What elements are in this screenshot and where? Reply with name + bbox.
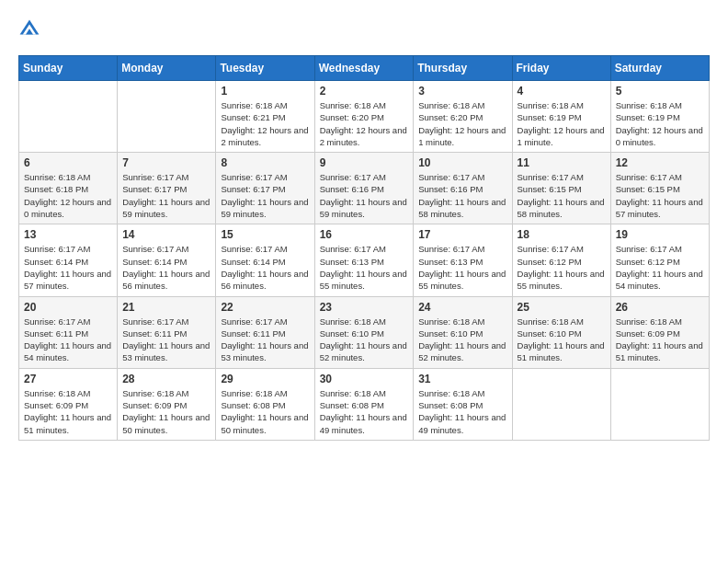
day-info: Sunrise: 6:17 AMSunset: 6:11 PMDaylight:… xyxy=(24,316,112,364)
calendar-cell: 3Sunrise: 6:18 AMSunset: 6:20 PMDaylight… xyxy=(414,81,512,153)
day-number: 2 xyxy=(320,85,409,98)
day-info: Sunrise: 6:17 AMSunset: 6:16 PMDaylight:… xyxy=(320,171,409,220)
column-header-friday: Friday xyxy=(512,56,610,81)
calendar-cell: 29Sunrise: 6:18 AMSunset: 6:08 PMDayligh… xyxy=(216,368,314,440)
calendar-cell: 21Sunrise: 6:17 AMSunset: 6:11 PMDayligh… xyxy=(118,296,216,368)
calendar-cell: 20Sunrise: 6:17 AMSunset: 6:11 PMDayligh… xyxy=(19,296,118,368)
calendar-cell: 8Sunrise: 6:17 AMSunset: 6:17 PMDaylight… xyxy=(216,153,314,224)
day-info: Sunrise: 6:17 AMSunset: 6:15 PMDaylight:… xyxy=(518,171,606,220)
day-number: 9 xyxy=(320,156,409,169)
day-info: Sunrise: 6:17 AMSunset: 6:12 PMDaylight:… xyxy=(518,243,606,292)
calendar-cell: 22Sunrise: 6:17 AMSunset: 6:11 PMDayligh… xyxy=(216,296,314,368)
calendar-cell: 12Sunrise: 6:17 AMSunset: 6:15 PMDayligh… xyxy=(610,153,709,224)
day-info: Sunrise: 6:18 AMSunset: 6:21 PMDaylight:… xyxy=(221,99,309,148)
day-number: 18 xyxy=(518,228,606,241)
calendar-cell: 26Sunrise: 6:18 AMSunset: 6:09 PMDayligh… xyxy=(610,296,709,368)
calendar-cell: 16Sunrise: 6:17 AMSunset: 6:13 PMDayligh… xyxy=(314,224,414,296)
day-number: 17 xyxy=(418,228,506,241)
day-info: Sunrise: 6:18 AMSunset: 6:10 PMDaylight:… xyxy=(320,316,409,364)
day-info: Sunrise: 6:18 AMSunset: 6:18 PMDaylight:… xyxy=(24,171,112,220)
calendar-cell: 13Sunrise: 6:17 AMSunset: 6:14 PMDayligh… xyxy=(19,224,118,296)
day-info: Sunrise: 6:17 AMSunset: 6:14 PMDaylight:… xyxy=(122,243,210,292)
day-info: Sunrise: 6:17 AMSunset: 6:14 PMDaylight:… xyxy=(24,243,112,292)
day-info: Sunrise: 6:17 AMSunset: 6:14 PMDaylight:… xyxy=(221,243,309,292)
day-number: 3 xyxy=(418,85,506,98)
calendar-cell: 2Sunrise: 6:18 AMSunset: 6:20 PMDaylight… xyxy=(314,81,414,153)
day-info: Sunrise: 6:17 AMSunset: 6:17 PMDaylight:… xyxy=(122,171,210,220)
calendar-cell: 25Sunrise: 6:18 AMSunset: 6:10 PMDayligh… xyxy=(512,296,610,368)
day-number: 29 xyxy=(221,373,309,385)
day-number: 30 xyxy=(320,373,409,385)
column-header-sunday: Sunday xyxy=(19,56,118,81)
calendar-cell: 24Sunrise: 6:18 AMSunset: 6:10 PMDayligh… xyxy=(414,296,512,368)
day-info: Sunrise: 6:18 AMSunset: 6:09 PMDaylight:… xyxy=(122,387,210,436)
day-info: Sunrise: 6:18 AMSunset: 6:19 PMDaylight:… xyxy=(518,99,606,148)
day-number: 12 xyxy=(616,156,704,169)
calendar-cell: 10Sunrise: 6:17 AMSunset: 6:16 PMDayligh… xyxy=(414,153,512,224)
day-number: 10 xyxy=(418,156,506,169)
calendar-cell: 17Sunrise: 6:17 AMSunset: 6:13 PMDayligh… xyxy=(414,224,512,296)
calendar-cell: 23Sunrise: 6:18 AMSunset: 6:10 PMDayligh… xyxy=(314,296,414,368)
column-header-thursday: Thursday xyxy=(414,56,512,81)
calendar-cell: 30Sunrise: 6:18 AMSunset: 6:08 PMDayligh… xyxy=(314,368,414,440)
day-number: 1 xyxy=(221,85,309,98)
day-number: 21 xyxy=(122,301,210,314)
day-info: Sunrise: 6:18 AMSunset: 6:09 PMDaylight:… xyxy=(616,316,704,364)
day-info: Sunrise: 6:17 AMSunset: 6:13 PMDaylight:… xyxy=(418,243,506,292)
calendar-week-row: 13Sunrise: 6:17 AMSunset: 6:14 PMDayligh… xyxy=(19,224,710,296)
day-number: 28 xyxy=(122,373,210,385)
calendar-cell: 28Sunrise: 6:18 AMSunset: 6:09 PMDayligh… xyxy=(118,368,216,440)
day-info: Sunrise: 6:18 AMSunset: 6:10 PMDaylight:… xyxy=(518,316,606,364)
day-info: Sunrise: 6:17 AMSunset: 6:12 PMDaylight:… xyxy=(616,243,704,292)
calendar-cell: 1Sunrise: 6:18 AMSunset: 6:21 PMDaylight… xyxy=(216,81,314,153)
day-info: Sunrise: 6:17 AMSunset: 6:16 PMDaylight:… xyxy=(418,171,506,220)
day-info: Sunrise: 6:18 AMSunset: 6:08 PMDaylight:… xyxy=(221,387,309,436)
calendar-cell: 11Sunrise: 6:17 AMSunset: 6:15 PMDayligh… xyxy=(512,153,610,224)
calendar-cell: 27Sunrise: 6:18 AMSunset: 6:09 PMDayligh… xyxy=(19,368,118,440)
logo xyxy=(18,18,44,40)
day-number: 6 xyxy=(24,156,112,169)
day-number: 8 xyxy=(221,156,309,169)
day-number: 16 xyxy=(320,228,409,241)
logo-icon xyxy=(18,18,40,40)
day-info: Sunrise: 6:18 AMSunset: 6:20 PMDaylight:… xyxy=(320,99,409,148)
day-number: 24 xyxy=(418,301,506,314)
calendar-cell: 4Sunrise: 6:18 AMSunset: 6:19 PMDaylight… xyxy=(512,81,610,153)
calendar-week-row: 1Sunrise: 6:18 AMSunset: 6:21 PMDaylight… xyxy=(19,81,710,153)
day-number: 25 xyxy=(518,301,606,314)
day-number: 26 xyxy=(616,301,704,314)
calendar-cell xyxy=(610,368,709,440)
day-number: 7 xyxy=(122,156,210,169)
calendar-cell: 6Sunrise: 6:18 AMSunset: 6:18 PMDaylight… xyxy=(19,153,118,224)
day-number: 13 xyxy=(24,228,112,241)
calendar-header-row: SundayMondayTuesdayWednesdayThursdayFrid… xyxy=(19,56,710,81)
day-info: Sunrise: 6:17 AMSunset: 6:11 PMDaylight:… xyxy=(221,316,309,364)
day-number: 4 xyxy=(518,85,606,98)
day-info: Sunrise: 6:17 AMSunset: 6:13 PMDaylight:… xyxy=(320,243,409,292)
day-info: Sunrise: 6:17 AMSunset: 6:15 PMDaylight:… xyxy=(616,171,704,220)
column-header-monday: Monday xyxy=(118,56,216,81)
day-info: Sunrise: 6:17 AMSunset: 6:17 PMDaylight:… xyxy=(221,171,309,220)
day-info: Sunrise: 6:18 AMSunset: 6:08 PMDaylight:… xyxy=(320,387,409,436)
calendar-cell: 9Sunrise: 6:17 AMSunset: 6:16 PMDaylight… xyxy=(314,153,414,224)
calendar-table: SundayMondayTuesdayWednesdayThursdayFrid… xyxy=(18,55,710,441)
calendar-cell: 7Sunrise: 6:17 AMSunset: 6:17 PMDaylight… xyxy=(118,153,216,224)
calendar-cell: 5Sunrise: 6:18 AMSunset: 6:19 PMDaylight… xyxy=(610,81,709,153)
day-info: Sunrise: 6:18 AMSunset: 6:19 PMDaylight:… xyxy=(616,99,704,148)
calendar-week-row: 20Sunrise: 6:17 AMSunset: 6:11 PMDayligh… xyxy=(19,296,710,368)
day-info: Sunrise: 6:18 AMSunset: 6:20 PMDaylight:… xyxy=(418,99,506,148)
calendar-cell: 31Sunrise: 6:18 AMSunset: 6:08 PMDayligh… xyxy=(414,368,512,440)
calendar-week-row: 6Sunrise: 6:18 AMSunset: 6:18 PMDaylight… xyxy=(19,153,710,224)
day-number: 22 xyxy=(221,301,309,314)
day-number: 5 xyxy=(616,85,704,98)
calendar-cell xyxy=(19,81,118,153)
day-info: Sunrise: 6:17 AMSunset: 6:11 PMDaylight:… xyxy=(122,316,210,364)
day-info: Sunrise: 6:18 AMSunset: 6:10 PMDaylight:… xyxy=(418,316,506,364)
calendar-cell: 15Sunrise: 6:17 AMSunset: 6:14 PMDayligh… xyxy=(216,224,314,296)
calendar-cell: 18Sunrise: 6:17 AMSunset: 6:12 PMDayligh… xyxy=(512,224,610,296)
calendar-week-row: 27Sunrise: 6:18 AMSunset: 6:09 PMDayligh… xyxy=(19,368,710,440)
column-header-tuesday: Tuesday xyxy=(216,56,314,81)
day-info: Sunrise: 6:18 AMSunset: 6:09 PMDaylight:… xyxy=(24,387,112,436)
day-number: 20 xyxy=(24,301,112,314)
calendar-cell: 14Sunrise: 6:17 AMSunset: 6:14 PMDayligh… xyxy=(118,224,216,296)
